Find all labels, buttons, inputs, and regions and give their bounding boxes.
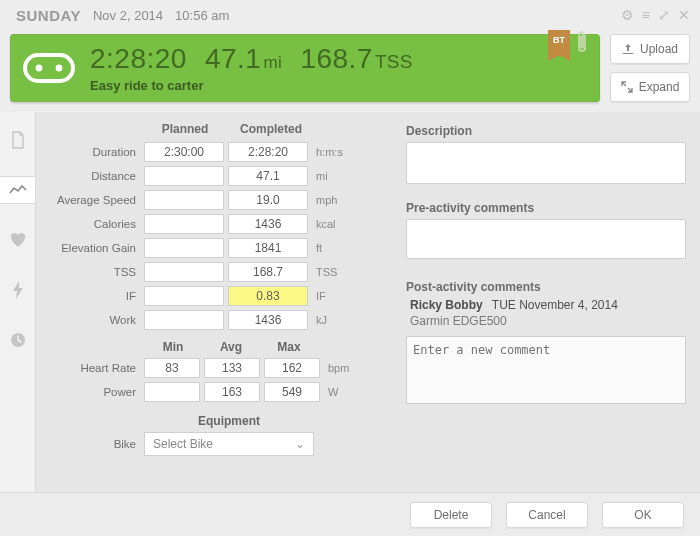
hr-label: Heart Rate xyxy=(46,362,144,374)
calories-planned-input[interactable] xyxy=(144,214,224,234)
avgspeed-planned-input[interactable] xyxy=(144,190,224,210)
pw-avg-input[interactable] xyxy=(204,382,260,402)
new-comment-textarea[interactable] xyxy=(406,336,686,404)
gear-icon[interactable]: ⚙ xyxy=(621,7,634,23)
postactivity-head: Post-activity comments xyxy=(406,280,686,294)
delete-button[interactable]: Delete xyxy=(410,502,492,528)
banner-distance: 47.1mi xyxy=(205,43,282,75)
tss-planned-input[interactable] xyxy=(144,262,224,282)
comment-date: TUE November 4, 2014 xyxy=(492,298,618,312)
col-max: Max xyxy=(260,340,318,354)
tab-power[interactable] xyxy=(0,276,35,304)
fullscreen-icon[interactable]: ⤢ xyxy=(658,7,670,23)
bike-chain-icon xyxy=(20,45,78,91)
work-planned-input[interactable] xyxy=(144,310,224,330)
banner-duration: 2:28:20 xyxy=(90,43,187,75)
post-comment-meta: Ricky Bobby TUE November 4, 2014 xyxy=(410,298,686,312)
avgspeed-completed-input[interactable] xyxy=(228,190,308,210)
avgspeed-unit: mph xyxy=(316,194,337,206)
col-completed: Completed xyxy=(230,122,312,136)
svg-point-2 xyxy=(56,65,63,72)
activity-banner: 2:28:20 47.1mi 168.7TSS Easy ride to car… xyxy=(10,34,600,102)
window-titlebar: SUNDAY Nov 2, 2014 10:56 am ⚙ ≡ ⤢ ✕ xyxy=(0,0,700,30)
calories-unit: kcal xyxy=(316,218,336,230)
tab-document[interactable] xyxy=(0,126,35,154)
header-row: 2:28:20 47.1mi 168.7TSS Easy ride to car… xyxy=(0,30,700,112)
close-icon[interactable]: ✕ xyxy=(678,7,690,23)
banner-tss: 168.7TSS xyxy=(300,43,412,75)
duration-unit: h:m:s xyxy=(316,146,343,158)
pw-unit: W xyxy=(328,386,338,398)
preactivity-head: Pre-activity comments xyxy=(406,201,686,215)
pw-label: Power xyxy=(46,386,144,398)
pw-max-input[interactable] xyxy=(264,382,320,402)
main-content: Planned Completed Durationh:m:s Distance… xyxy=(0,112,700,532)
elev-label: Elevation Gain xyxy=(46,242,144,254)
chevron-down-icon: ⌄ xyxy=(295,437,305,451)
svg-rect-0 xyxy=(25,55,73,81)
tss-label: TSS xyxy=(46,266,144,278)
distance-label: Distance xyxy=(46,170,144,182)
elev-planned-input[interactable] xyxy=(144,238,224,258)
col-min: Min xyxy=(144,340,202,354)
hr-min-input[interactable] xyxy=(144,358,200,378)
date-label: Nov 2, 2014 xyxy=(93,8,163,23)
duration-completed-input[interactable] xyxy=(228,142,308,162)
calories-completed-input[interactable] xyxy=(228,214,308,234)
cancel-button[interactable]: Cancel xyxy=(506,502,588,528)
col-planned: Planned xyxy=(144,122,226,136)
col-avg: Avg xyxy=(202,340,260,354)
bt-badge-icon[interactable]: BT xyxy=(548,30,570,56)
tss-unit: TSS xyxy=(316,266,337,278)
expand-icon xyxy=(621,81,633,93)
tss-completed-input[interactable] xyxy=(228,262,308,282)
bike-select[interactable]: Select Bike ⌄ xyxy=(144,432,314,456)
elev-completed-input[interactable] xyxy=(228,238,308,258)
avgspeed-label: Average Speed xyxy=(46,194,144,206)
work-label: Work xyxy=(46,314,144,326)
hr-unit: bpm xyxy=(328,362,349,374)
hr-max-input[interactable] xyxy=(264,358,320,378)
if-completed-input[interactable] xyxy=(228,286,308,306)
hr-avg-input[interactable] xyxy=(204,358,260,378)
comments-panel: Description Pre-activity comments Post-a… xyxy=(406,122,686,524)
tab-heart[interactable] xyxy=(0,226,35,254)
ok-button[interactable]: OK xyxy=(602,502,684,528)
elev-unit: ft xyxy=(316,242,322,254)
activity-title: Easy ride to carter xyxy=(90,78,413,93)
tab-chart[interactable] xyxy=(0,176,35,204)
menu-icon[interactable]: ≡ xyxy=(642,7,650,23)
description-head: Description xyxy=(406,124,686,138)
window-controls: ⚙ ≡ ⤢ ✕ xyxy=(621,7,690,23)
comment-device: Garmin EDGE500 xyxy=(410,314,686,328)
bike-select-value: Select Bike xyxy=(153,437,213,451)
work-completed-input[interactable] xyxy=(228,310,308,330)
calories-label: Calories xyxy=(46,218,144,230)
paperclip-icon[interactable] xyxy=(574,30,590,60)
duration-planned-input[interactable] xyxy=(144,142,224,162)
bike-label: Bike xyxy=(46,438,144,450)
equipment-head: Equipment xyxy=(144,414,314,428)
if-unit: IF xyxy=(316,290,326,302)
preactivity-textarea[interactable] xyxy=(406,219,686,259)
pw-min-input[interactable] xyxy=(144,382,200,402)
description-textarea[interactable] xyxy=(406,142,686,184)
footer-buttons: Delete Cancel OK xyxy=(0,492,700,536)
upload-button[interactable]: Upload xyxy=(610,34,690,64)
work-unit: kJ xyxy=(316,314,327,326)
duration-label: Duration xyxy=(46,146,144,158)
time-label: 10:56 am xyxy=(175,8,229,23)
tab-time[interactable] xyxy=(0,326,35,354)
commenter-name: Ricky Bobby xyxy=(410,298,483,312)
svg-point-1 xyxy=(36,65,43,72)
day-of-week-label: SUNDAY xyxy=(16,7,81,24)
distance-planned-input[interactable] xyxy=(144,166,224,186)
distance-completed-input[interactable] xyxy=(228,166,308,186)
if-planned-input[interactable] xyxy=(144,286,224,306)
distance-unit: mi xyxy=(316,170,328,182)
if-label: IF xyxy=(46,290,144,302)
expand-button[interactable]: Expand xyxy=(610,72,690,102)
upload-icon xyxy=(622,43,634,55)
sidebar xyxy=(0,112,36,532)
banner-metrics: 2:28:20 47.1mi 168.7TSS xyxy=(90,43,413,75)
